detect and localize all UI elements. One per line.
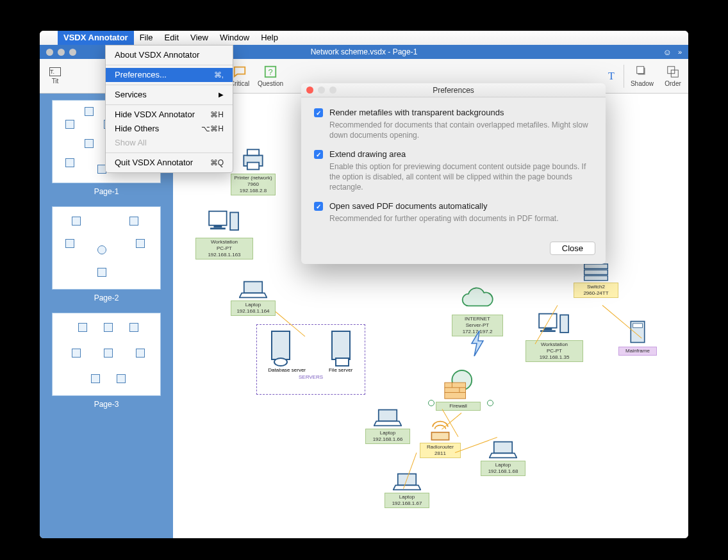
checkbox-checked-icon[interactable]	[314, 202, 323, 211]
page-thumbnail-2[interactable]	[52, 206, 161, 290]
svg-rect-22	[584, 264, 608, 268]
shadow-icon	[635, 65, 649, 79]
printer-node[interactable]: Printer (network)7960192.168.2.8	[231, 145, 276, 195]
text-icon: T	[608, 70, 615, 82]
expand-icon[interactable]: »	[678, 48, 682, 56]
mac-menubar: VSDX Annotator File Edit View Window Hel…	[40, 31, 688, 45]
svg-rect-24	[584, 276, 608, 280]
workstation-icon	[535, 311, 574, 340]
edit-menu[interactable]: Edit	[159, 31, 185, 45]
laptop1-node[interactable]: Laptop192.168.1.164	[231, 279, 276, 316]
laptop-icon	[393, 472, 421, 492]
question-button[interactable]: ? Question	[255, 60, 286, 92]
app-menu[interactable]: VSDX Annotator	[58, 31, 134, 45]
database-server-icon	[268, 329, 294, 367]
about-item[interactable]: About VSDX Annotator	[106, 48, 233, 62]
laptop4-node[interactable]: Laptop192.168.1.68	[481, 440, 525, 476]
svg-rect-9	[209, 211, 227, 226]
preferences-item[interactable]: Preferences...⌘,	[106, 68, 233, 82]
firewall-icon	[442, 369, 474, 401]
smiley-icon[interactable]: ☺	[663, 47, 672, 57]
preferences-dialog: Preferences Render metafiles with transp…	[301, 83, 606, 264]
shadow-button[interactable]: Shadow	[627, 60, 658, 92]
svg-rect-28	[560, 315, 568, 333]
svg-rect-38	[431, 432, 449, 440]
close-button[interactable]: Close	[550, 242, 595, 255]
window-menu[interactable]: Window	[214, 31, 255, 45]
submenu-arrow-icon: ▶	[219, 89, 224, 101]
svg-rect-13	[244, 282, 262, 293]
checkbox-checked-icon[interactable]	[314, 108, 323, 117]
switch-node[interactable]: Switch22960-24TT	[574, 260, 618, 298]
svg-rect-11	[210, 227, 226, 229]
order-button[interactable]: Order	[658, 60, 688, 92]
svg-rect-40	[494, 442, 512, 454]
file-server-icon	[328, 329, 354, 367]
laptop-icon	[374, 408, 402, 428]
svg-text:?: ?	[268, 67, 272, 77]
svg-rect-17	[336, 358, 349, 366]
svg-rect-26	[544, 328, 552, 331]
svg-rect-32	[445, 383, 466, 399]
svg-rect-14	[272, 331, 290, 359]
svg-rect-8	[247, 163, 259, 170]
view-menu[interactable]: View	[185, 31, 214, 45]
servers-group[interactable]: Database server File server SERVERS	[256, 324, 365, 395]
page-label-3: Page-3	[40, 400, 173, 409]
dialog-title: Preferences	[301, 86, 606, 95]
laptop-icon	[489, 440, 517, 460]
hide-others-item[interactable]: Hide Others⌥⌘H	[106, 122, 233, 136]
lightning-icon	[468, 331, 487, 356]
svg-rect-37	[379, 410, 397, 422]
svg-rect-12	[230, 213, 238, 231]
file-menu[interactable]: File	[134, 31, 159, 45]
svg-rect-16	[332, 331, 350, 359]
svg-rect-7	[247, 149, 259, 155]
svg-point-15	[274, 358, 287, 366]
internet-node[interactable]: INTERNETServer-PT172.17.197.2	[452, 286, 503, 336]
app-menu-dropdown: About VSDX Annotator Preferences...⌘, Se…	[105, 45, 233, 173]
order-icon	[666, 65, 680, 79]
show-all-item: Show All	[106, 136, 233, 150]
workstation2-node[interactable]: WorkstationPC-PT192.168.1.35	[525, 311, 583, 362]
laptop-icon	[239, 279, 267, 300]
help-menu[interactable]: Help	[255, 31, 284, 45]
workstation-icon	[205, 209, 244, 237]
text-tool-button[interactable]: T. Tit	[40, 60, 70, 92]
checkbox-checked-icon[interactable]	[314, 150, 323, 159]
pref-open-pdf[interactable]: Open saved PDF documents automatically R…	[314, 201, 593, 224]
svg-rect-3	[637, 67, 644, 74]
page-label-2: Page-2	[40, 293, 173, 302]
laptop2-node[interactable]: Laptop192.168.1.66	[365, 408, 410, 444]
workstation1-node[interactable]: WorkstationPC-PT192.168.1.163	[195, 209, 253, 259]
mainframe-icon	[629, 318, 647, 346]
question-icon: ?	[263, 65, 277, 79]
printer-icon	[239, 145, 267, 173]
dialog-titlebar: Preferences	[301, 83, 606, 97]
page-thumbnail-3[interactable]	[52, 313, 161, 396]
services-item[interactable]: Services▶	[106, 88, 233, 102]
firewall-node[interactable]: Firewall	[436, 369, 481, 411]
pref-render-metafiles[interactable]: Render metafiles with transparent backgr…	[314, 108, 593, 140]
speech-bubble-icon	[233, 65, 247, 79]
page-label-1: Page-1	[40, 187, 173, 196]
cloud-icon	[459, 286, 495, 314]
svg-rect-30	[633, 324, 643, 328]
svg-rect-23	[584, 270, 608, 274]
svg-rect-10	[214, 226, 222, 228]
pref-extend-drawing[interactable]: Extend drawing area Enable this option f…	[314, 149, 593, 192]
hide-app-item[interactable]: Hide VSDX Annotator⌘H	[106, 108, 233, 122]
quit-item[interactable]: Quit VSDX Annotator⌘Q	[106, 156, 233, 170]
